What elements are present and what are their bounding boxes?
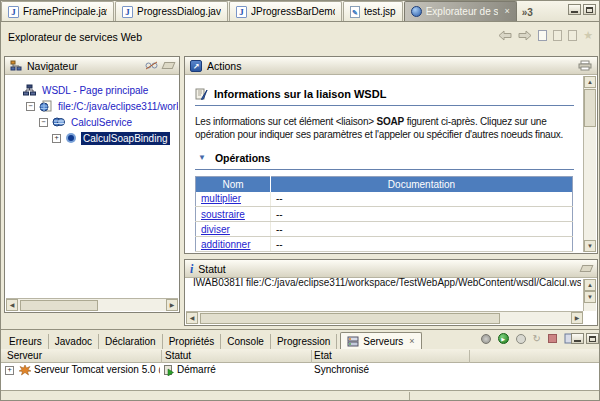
scroll-right-icon[interactable]: ▶ xyxy=(166,299,178,311)
actions-vscrollbar[interactable]: ▲ ▼ xyxy=(583,76,596,252)
wse-title: Explorateur de services Web xyxy=(8,31,142,43)
restore-button[interactable] xyxy=(583,4,596,15)
servers-table-body: +Serveur Tomcat version 5.0 @ locDémarré… xyxy=(1,363,600,390)
server-status: Démarré xyxy=(177,364,216,375)
link-nodes-icon[interactable] xyxy=(145,61,158,70)
collapse-triangle-icon[interactable]: ▼ xyxy=(198,154,206,162)
statut-hscrollbar[interactable]: ◀ ▶ xyxy=(186,311,583,324)
web-globe-icon xyxy=(411,6,422,17)
operation-link[interactable]: diviser xyxy=(201,224,230,235)
tree-item[interactable]: +CalculSoapBinding xyxy=(6,130,178,146)
operation-doc: -- xyxy=(271,192,573,207)
tab-close-icon[interactable]: × xyxy=(409,336,414,346)
view-tab[interactable]: Erreurs xyxy=(3,334,49,349)
view-tab[interactable]: Déclaration xyxy=(99,334,163,349)
minimize-button[interactable] xyxy=(571,333,584,344)
print-icon[interactable] xyxy=(578,60,592,71)
scroll-up-icon[interactable]: ▲ xyxy=(584,76,596,88)
actions-header-actions xyxy=(578,60,592,71)
scroll-left-icon[interactable]: ◀ xyxy=(6,299,18,311)
clear-navigator-icon[interactable] xyxy=(162,62,176,69)
scroll-down-icon[interactable]: ▼ xyxy=(584,291,596,303)
navigator-hscrollbar[interactable]: ◀ ▶ xyxy=(6,298,178,311)
view-tab-label: Serveurs xyxy=(363,336,403,347)
servers-toolbar: ▶ ↻ xyxy=(481,333,577,344)
tab-close-icon[interactable]: × xyxy=(504,7,509,16)
col-etat[interactable]: Etat xyxy=(314,350,332,361)
scroll-down-icon[interactable]: ▼ xyxy=(584,240,596,252)
scroll-thumb[interactable] xyxy=(20,300,98,311)
view-tab[interactable]: Javadoc xyxy=(49,334,99,349)
scroll-thumb[interactable] xyxy=(200,313,500,324)
view-tab[interactable]: Progression xyxy=(271,334,337,349)
editor-tab[interactable]: JFramePrincipale.java xyxy=(1,1,114,21)
binding-description: Les informations sur cet élément <liaiso… xyxy=(195,115,574,141)
navigator-panel: Navigateur WSDL - Page principale−file:/… xyxy=(4,56,180,313)
row-expander-icon[interactable]: + xyxy=(5,366,14,375)
navigator-header-actions xyxy=(145,61,174,70)
clear-statut-icon[interactable] xyxy=(580,265,594,272)
scroll-thumb[interactable] xyxy=(584,89,596,127)
editor-tab[interactable]: JProgressDialog.java xyxy=(115,1,228,21)
sitemap-icon xyxy=(23,84,36,96)
stop-icon[interactable] xyxy=(548,334,557,343)
back-icon[interactable] xyxy=(498,30,512,41)
view-tab[interactable]: Propriétés xyxy=(163,334,222,349)
column-divider[interactable] xyxy=(469,350,470,364)
wsil-page-icon[interactable] xyxy=(553,30,562,41)
servers-tab-icon xyxy=(347,336,359,347)
wsdl-page-icon[interactable] xyxy=(538,30,547,41)
status-bar xyxy=(1,390,600,401)
debug-icon[interactable] xyxy=(481,334,491,344)
col-statut[interactable]: Statut xyxy=(165,350,191,361)
column-divider[interactable] xyxy=(311,350,312,364)
statut-message: IWAB0381I file:/C:/java/eclipse311/works… xyxy=(193,277,581,288)
operation-link[interactable]: additionner xyxy=(201,239,250,250)
tree-item[interactable]: WSDL - Page principale xyxy=(6,82,178,98)
tree-expander-icon[interactable]: + xyxy=(52,134,61,143)
tab-overflow-chevron[interactable]: »3 xyxy=(522,7,533,18)
bottom-tabbar: ErreursJavadocDéclarationPropriétésConso… xyxy=(3,332,422,349)
info-icon: i xyxy=(190,263,193,275)
binding-info-heading: Informations sur la liaison WSDL xyxy=(195,87,574,100)
scroll-up-icon[interactable]: ▲ xyxy=(584,279,596,291)
view-tab[interactable]: Console xyxy=(221,334,271,349)
editor-tab[interactable]: ✎test.jsp xyxy=(343,1,403,21)
col-serveur[interactable]: Serveur xyxy=(7,350,42,361)
tree-item-label: WSDL - Page principale xyxy=(40,84,150,97)
minimize-button[interactable] xyxy=(568,4,581,15)
tree-expander-icon[interactable]: − xyxy=(39,118,48,127)
favorites-star-icon[interactable]: ★ xyxy=(583,30,593,41)
servers-column-headers: Serveur Statut Etat xyxy=(1,349,600,363)
tree-item[interactable]: −file:/C:/java/eclipse311/workspace/ xyxy=(6,98,178,114)
maximize-button[interactable] xyxy=(586,333,599,344)
editor-tab[interactable]: Explorateur de se...× xyxy=(404,1,517,21)
operation-link[interactable]: soustraire xyxy=(201,209,245,220)
service-icon xyxy=(52,116,65,128)
tree-item[interactable]: −CalculService xyxy=(6,114,178,130)
minimize-icon xyxy=(571,11,578,13)
run-icon[interactable]: ▶ xyxy=(498,333,509,344)
operation-doc: -- xyxy=(271,222,573,237)
tree-expander-icon[interactable]: − xyxy=(26,102,35,111)
profile-icon[interactable] xyxy=(516,334,526,344)
editor-tab-label: JProgressBarDemo.... xyxy=(251,6,335,17)
operation-link[interactable]: multiplier xyxy=(201,193,241,204)
forward-icon[interactable] xyxy=(518,30,532,41)
restart-icon[interactable]: ↻ xyxy=(533,334,541,344)
operations-label: Opérations xyxy=(215,152,270,164)
scroll-right-icon[interactable]: ▶ xyxy=(571,312,583,324)
statut-title: Statut xyxy=(198,263,225,275)
view-tab-servers[interactable]: Serveurs× xyxy=(340,332,421,349)
operations-rule xyxy=(195,169,574,170)
wsdl-file-icon xyxy=(39,100,52,112)
restore-icon xyxy=(586,7,593,13)
editor-tab[interactable]: JJProgressBarDemo.... xyxy=(229,1,342,21)
server-started-icon xyxy=(164,365,174,376)
server-row[interactable]: +Serveur Tomcat version 5.0 @ locDémarré… xyxy=(1,363,600,378)
uddi-page-icon[interactable] xyxy=(568,30,577,41)
statut-vscrollbar[interactable]: ▲ ▼ xyxy=(583,279,596,311)
scroll-left-icon[interactable]: ◀ xyxy=(186,312,198,324)
operation-row: additionner-- xyxy=(196,237,573,252)
column-divider[interactable] xyxy=(161,350,162,364)
